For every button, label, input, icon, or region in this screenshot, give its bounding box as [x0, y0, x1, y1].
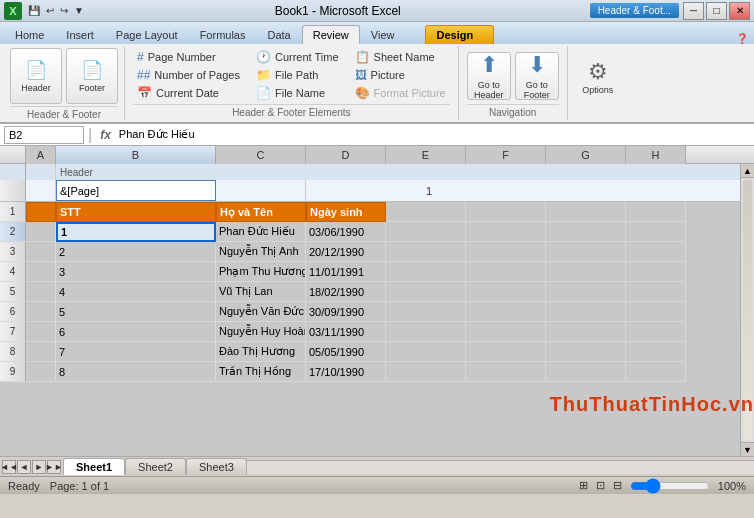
help-icon[interactable]: ❓ [730, 33, 754, 44]
options-label: Options [582, 85, 613, 95]
name-box[interactable]: B2 [4, 126, 84, 144]
zoom-level: 100% [718, 480, 746, 492]
status-ready: Ready [8, 480, 40, 492]
current-time-btn[interactable]: 🕐 Current Time [252, 48, 343, 65]
last-sheet-btn[interactable]: ►► [47, 460, 61, 474]
next-sheet-btn[interactable]: ► [32, 460, 46, 474]
col-header-e[interactable]: E [386, 146, 466, 164]
elements-section-label: Header & Footer Elements [133, 104, 450, 118]
elements-col3: 📋 Sheet Name 🖼 Picture 🎨 Format Picture [351, 48, 450, 104]
page-number-btn[interactable]: # Page Number [133, 48, 244, 65]
page-number-label: Page Number [148, 51, 216, 63]
view-normal-btn[interactable]: ⊞ [579, 479, 588, 492]
header-icon: 📄 [25, 59, 47, 81]
col-header-g[interactable]: G [546, 146, 626, 164]
col-header-h[interactable]: H [626, 146, 686, 164]
scroll-down-btn[interactable]: ▼ [741, 442, 754, 456]
ribbon-section-header-footer: 📄 Header 📄 Footer Header & Footer [4, 46, 125, 120]
format-picture-icon: 🎨 [355, 86, 370, 100]
options-btn[interactable]: ⚙ Options [576, 51, 620, 103]
undo-quick-btn[interactable]: ↩ [44, 4, 56, 17]
maximize-btn[interactable]: □ [706, 2, 727, 20]
tab-formulas[interactable]: Formulas [189, 25, 257, 44]
footer-icon: 📄 [81, 59, 103, 81]
sheet-tab-1[interactable]: Sheet1 [63, 458, 125, 475]
table-row: 65Nguyễn Văn Đức30/09/1990 [0, 302, 740, 322]
first-sheet-btn[interactable]: ◄◄ [2, 460, 16, 474]
table-row: 87Đào Thị Hương05/05/1990 [0, 342, 740, 362]
tab-home[interactable]: Home [4, 25, 55, 44]
scroll-up-btn[interactable]: ▲ [741, 164, 754, 178]
header-edit-row[interactable]: &[Page] 1 [0, 180, 740, 202]
close-btn[interactable]: ✕ [729, 2, 750, 20]
minimize-btn[interactable]: ─ [683, 2, 704, 20]
current-date-btn[interactable]: 📅 Current Date [133, 84, 244, 101]
go-to-footer-label: Go to Footer [516, 80, 558, 100]
go-to-header-icon: ⬆ [480, 52, 498, 78]
app-icon: X [4, 2, 22, 20]
ribbon-section-elements: # Page Number ## Number of Pages 📅 Curre… [125, 46, 459, 120]
page-number-display: 1 [426, 185, 432, 197]
options-icon: ⚙ [588, 59, 608, 85]
sheet-tab-2[interactable]: Sheet2 [125, 458, 186, 475]
table-row: 1STTHọ và TênNgày sinh [0, 202, 740, 222]
col-header-b[interactable]: B [56, 146, 216, 164]
quick-access-toolbar: 💾 ↩ ↪ ▼ [26, 4, 86, 17]
go-to-header-btn[interactable]: ⬆ Go to Header [467, 52, 511, 100]
redo-quick-btn[interactable]: ↪ [58, 4, 70, 17]
formula-bar: B2 | fx Phan Đức Hiếu [0, 124, 754, 146]
window-title: Book1 - Microsoft Excel [86, 4, 590, 18]
title-bar: X 💾 ↩ ↪ ▼ Book1 - Microsoft Excel Header… [0, 0, 754, 22]
file-name-btn[interactable]: 📄 File Name [252, 84, 343, 101]
ribbon-body: 📄 Header 📄 Footer Header & Footer # Page… [0, 44, 754, 124]
view-break-btn[interactable]: ⊟ [613, 479, 622, 492]
tab-review[interactable]: Review [302, 25, 360, 44]
file-path-btn[interactable]: 📁 File Path [252, 66, 343, 83]
sheet-nav: ◄◄ ◄ ► ►► [0, 460, 63, 474]
picture-icon: 🖼 [355, 68, 367, 82]
number-of-pages-btn[interactable]: ## Number of Pages [133, 66, 244, 83]
footer-button[interactable]: 📄 Footer [66, 48, 118, 104]
file-path-icon: 📁 [256, 68, 271, 82]
status-page-info: Page: 1 of 1 [50, 480, 109, 492]
col-header-a[interactable]: A [26, 146, 56, 164]
grid-rows: 1STTHọ và TênNgày sinh21Phan Đức Hiếu03/… [0, 202, 740, 382]
tab-page-layout[interactable]: Page Layout [105, 25, 189, 44]
tab-data[interactable]: Data [256, 25, 301, 44]
col-header-f[interactable]: F [466, 146, 546, 164]
table-row: 76Nguyễn Huy Hoàng03/11/1990 [0, 322, 740, 342]
format-picture-btn[interactable]: 🎨 Format Picture [351, 84, 450, 101]
header-value-cell[interactable]: &[Page] [57, 185, 102, 197]
formula-input[interactable]: Phan Đức Hiếu [119, 128, 750, 141]
sheet-name-icon: 📋 [355, 50, 370, 64]
col-header-row-container: A B C D E F G H [0, 146, 754, 164]
sheet-tab-3[interactable]: Sheet3 [186, 458, 247, 475]
num-pages-icon: ## [137, 68, 150, 82]
ribbon-tab-bar: Home Insert Page Layout Formulas Data Re… [0, 22, 754, 44]
status-right: ⊞ ⊡ ⊟ 100% [579, 479, 746, 492]
save-quick-btn[interactable]: 💾 [26, 4, 42, 17]
header-label: Header [21, 83, 51, 93]
header-button[interactable]: 📄 Header [10, 48, 62, 104]
tab-insert[interactable]: Insert [55, 25, 105, 44]
scroll-thumb[interactable] [743, 180, 752, 440]
corner-cell [0, 146, 26, 164]
tab-view[interactable]: View [360, 25, 406, 44]
table-row: 32Nguyễn Thị Anh20/12/1990 [0, 242, 740, 262]
tab-design[interactable]: Design [425, 25, 494, 44]
zoom-slider[interactable] [630, 481, 710, 491]
col-header-overflow [686, 146, 754, 164]
col-header-c[interactable]: C [216, 146, 306, 164]
sheet-name-btn[interactable]: 📋 Sheet Name [351, 48, 450, 65]
col-header-d[interactable]: D [306, 146, 386, 164]
go-to-footer-btn[interactable]: ⬇ Go to Footer [515, 52, 559, 100]
vertical-scrollbar[interactable]: ▲ ▼ [740, 164, 754, 456]
view-layout-btn[interactable]: ⊡ [596, 479, 605, 492]
elements-col1: # Page Number ## Number of Pages 📅 Curre… [133, 48, 244, 104]
customize-quick-btn[interactable]: ▼ [72, 4, 86, 17]
picture-btn[interactable]: 🖼 Picture [351, 66, 450, 83]
ribbon-section-options: ⚙ Options [568, 46, 628, 120]
prev-sheet-btn[interactable]: ◄ [17, 460, 31, 474]
horizontal-scrollbar[interactable] [247, 460, 754, 474]
window-controls[interactable]: ─ □ ✕ [683, 2, 750, 20]
